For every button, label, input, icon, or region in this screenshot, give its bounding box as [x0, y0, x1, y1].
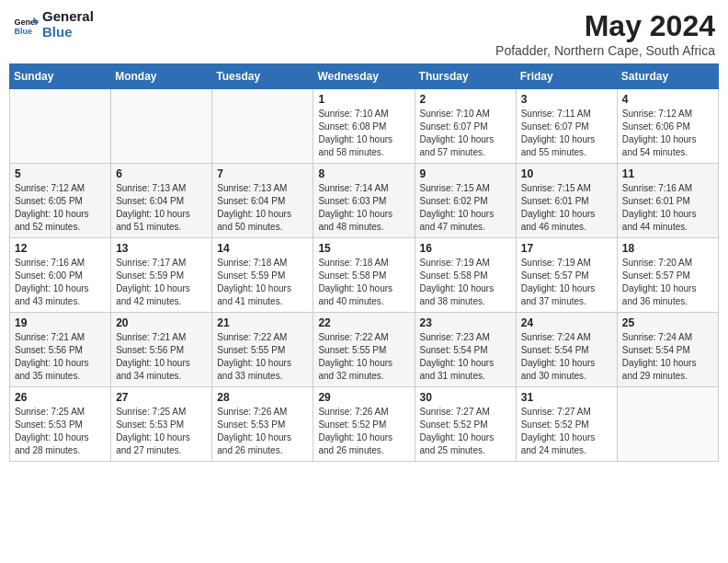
calendar-cell: 31Sunrise: 7:27 AM Sunset: 5:52 PM Dayli…: [516, 387, 617, 462]
day-number: 5: [15, 167, 106, 180]
day-info: Sunrise: 7:19 AM Sunset: 5:58 PM Dayligh…: [420, 257, 511, 308]
day-info: Sunrise: 7:21 AM Sunset: 5:56 PM Dayligh…: [15, 331, 106, 383]
day-info: Sunrise: 7:20 AM Sunset: 5:57 PM Dayligh…: [622, 257, 713, 308]
day-info: Sunrise: 7:10 AM Sunset: 6:08 PM Dayligh…: [318, 108, 409, 159]
day-info: Sunrise: 7:24 AM Sunset: 5:54 PM Dayligh…: [622, 331, 713, 383]
day-info: Sunrise: 7:11 AM Sunset: 6:07 PM Dayligh…: [521, 108, 612, 159]
day-header-tuesday: Tuesday: [212, 64, 313, 89]
calendar-cell: 27Sunrise: 7:25 AM Sunset: 5:53 PM Dayli…: [111, 387, 212, 462]
calendar-cell: 28Sunrise: 7:26 AM Sunset: 5:53 PM Dayli…: [212, 387, 313, 462]
calendar-week-4: 19Sunrise: 7:21 AM Sunset: 5:56 PM Dayli…: [10, 313, 719, 387]
calendar-cell: 19Sunrise: 7:21 AM Sunset: 5:56 PM Dayli…: [10, 313, 111, 387]
day-header-sunday: Sunday: [10, 64, 111, 89]
day-info: Sunrise: 7:16 AM Sunset: 6:00 PM Dayligh…: [15, 257, 106, 308]
calendar-week-5: 26Sunrise: 7:25 AM Sunset: 5:53 PM Dayli…: [10, 387, 719, 462]
calendar-week-1: 1Sunrise: 7:10 AM Sunset: 6:08 PM Daylig…: [10, 89, 719, 164]
day-number: 17: [521, 242, 612, 255]
calendar-cell: 26Sunrise: 7:25 AM Sunset: 5:53 PM Dayli…: [10, 387, 111, 462]
calendar-cell: 21Sunrise: 7:22 AM Sunset: 5:55 PM Dayli…: [212, 313, 313, 387]
logo: General Blue General Blue: [13, 9, 94, 40]
calendar-cell: 16Sunrise: 7:19 AM Sunset: 5:58 PM Dayli…: [415, 238, 516, 313]
day-info: Sunrise: 7:24 AM Sunset: 5:54 PM Dayligh…: [521, 331, 612, 383]
calendar-cell: 23Sunrise: 7:23 AM Sunset: 5:54 PM Dayli…: [415, 313, 516, 387]
day-number: 12: [15, 242, 106, 255]
day-header-monday: Monday: [111, 64, 212, 89]
calendar-cell: [10, 89, 111, 164]
calendar-cell: [617, 387, 718, 462]
day-info: Sunrise: 7:18 AM Sunset: 5:58 PM Dayligh…: [318, 257, 409, 308]
day-info: Sunrise: 7:13 AM Sunset: 6:04 PM Dayligh…: [217, 182, 308, 234]
day-info: Sunrise: 7:27 AM Sunset: 5:52 PM Dayligh…: [521, 406, 612, 457]
day-number: 1: [318, 93, 409, 106]
day-header-saturday: Saturday: [617, 64, 718, 89]
logo-line1: General: [42, 9, 94, 25]
day-info: Sunrise: 7:27 AM Sunset: 5:52 PM Dayligh…: [420, 406, 511, 457]
calendar-cell: 18Sunrise: 7:20 AM Sunset: 5:57 PM Dayli…: [617, 238, 718, 313]
calendar-cell: 20Sunrise: 7:21 AM Sunset: 5:56 PM Dayli…: [111, 313, 212, 387]
calendar-cell: 10Sunrise: 7:15 AM Sunset: 6:01 PM Dayli…: [516, 164, 617, 238]
day-info: Sunrise: 7:14 AM Sunset: 6:03 PM Dayligh…: [318, 182, 409, 234]
day-number: 22: [318, 316, 409, 329]
day-number: 19: [15, 316, 106, 329]
day-number: 24: [521, 316, 612, 329]
calendar-cell: 8Sunrise: 7:14 AM Sunset: 6:03 PM Daylig…: [313, 164, 415, 238]
calendar-cell: 7Sunrise: 7:13 AM Sunset: 6:04 PM Daylig…: [212, 164, 313, 238]
page-header: General Blue General Blue May 2024 Pofad…: [9, 9, 719, 58]
day-info: Sunrise: 7:16 AM Sunset: 6:01 PM Dayligh…: [622, 182, 713, 234]
day-number: 25: [622, 316, 713, 329]
calendar-cell: 22Sunrise: 7:22 AM Sunset: 5:55 PM Dayli…: [313, 313, 415, 387]
calendar-cell: [212, 89, 313, 164]
calendar-cell: 12Sunrise: 7:16 AM Sunset: 6:00 PM Dayli…: [10, 238, 111, 313]
day-number: 21: [217, 316, 308, 329]
day-number: 6: [116, 167, 207, 180]
day-info: Sunrise: 7:19 AM Sunset: 5:57 PM Dayligh…: [521, 257, 612, 308]
calendar-cell: 4Sunrise: 7:12 AM Sunset: 6:06 PM Daylig…: [617, 89, 718, 164]
day-number: 16: [420, 242, 511, 255]
calendar-cell: 11Sunrise: 7:16 AM Sunset: 6:01 PM Dayli…: [617, 164, 718, 238]
calendar-table: SundayMondayTuesdayWednesdayThursdayFrid…: [9, 63, 719, 462]
calendar-cell: 17Sunrise: 7:19 AM Sunset: 5:57 PM Dayli…: [516, 238, 617, 313]
calendar-week-3: 12Sunrise: 7:16 AM Sunset: 6:00 PM Dayli…: [10, 238, 719, 313]
calendar-cell: 15Sunrise: 7:18 AM Sunset: 5:58 PM Dayli…: [313, 238, 415, 313]
calendar-header-row: SundayMondayTuesdayWednesdayThursdayFrid…: [10, 64, 719, 89]
day-info: Sunrise: 7:26 AM Sunset: 5:52 PM Dayligh…: [318, 406, 409, 457]
calendar-cell: 9Sunrise: 7:15 AM Sunset: 6:02 PM Daylig…: [415, 164, 516, 238]
calendar-cell: 25Sunrise: 7:24 AM Sunset: 5:54 PM Dayli…: [617, 313, 718, 387]
day-info: Sunrise: 7:23 AM Sunset: 5:54 PM Dayligh…: [420, 331, 511, 383]
day-number: 26: [15, 391, 106, 404]
calendar-cell: 30Sunrise: 7:27 AM Sunset: 5:52 PM Dayli…: [415, 387, 516, 462]
day-number: 14: [217, 242, 308, 255]
calendar-cell: 1Sunrise: 7:10 AM Sunset: 6:08 PM Daylig…: [313, 89, 415, 164]
day-header-friday: Friday: [516, 64, 617, 89]
day-number: 4: [622, 93, 713, 106]
calendar-cell: 14Sunrise: 7:18 AM Sunset: 5:59 PM Dayli…: [212, 238, 313, 313]
svg-text:Blue: Blue: [14, 26, 32, 35]
day-info: Sunrise: 7:15 AM Sunset: 6:01 PM Dayligh…: [521, 182, 612, 234]
day-info: Sunrise: 7:25 AM Sunset: 5:53 PM Dayligh…: [15, 406, 106, 457]
day-info: Sunrise: 7:21 AM Sunset: 5:56 PM Dayligh…: [116, 331, 207, 383]
day-info: Sunrise: 7:22 AM Sunset: 5:55 PM Dayligh…: [217, 331, 308, 383]
day-number: 31: [521, 391, 612, 404]
day-number: 28: [217, 391, 308, 404]
day-info: Sunrise: 7:22 AM Sunset: 5:55 PM Dayligh…: [318, 331, 409, 383]
day-number: 27: [116, 391, 207, 404]
subtitle: Pofadder, Northern Cape, South Africa: [495, 43, 715, 58]
logo-line2: Blue: [42, 25, 94, 40]
day-info: Sunrise: 7:10 AM Sunset: 6:07 PM Dayligh…: [420, 108, 511, 159]
day-number: 15: [318, 242, 409, 255]
logo-icon: General Blue: [13, 12, 39, 38]
calendar-cell: 3Sunrise: 7:11 AM Sunset: 6:07 PM Daylig…: [516, 89, 617, 164]
calendar-week-2: 5Sunrise: 7:12 AM Sunset: 6:05 PM Daylig…: [10, 164, 719, 238]
day-info: Sunrise: 7:13 AM Sunset: 6:04 PM Dayligh…: [116, 182, 207, 234]
day-header-thursday: Thursday: [415, 64, 516, 89]
day-info: Sunrise: 7:18 AM Sunset: 5:59 PM Dayligh…: [217, 257, 308, 308]
calendar-cell: [111, 89, 212, 164]
day-info: Sunrise: 7:17 AM Sunset: 5:59 PM Dayligh…: [116, 257, 207, 308]
day-number: 2: [420, 93, 511, 106]
calendar-cell: 29Sunrise: 7:26 AM Sunset: 5:52 PM Dayli…: [313, 387, 415, 462]
calendar-cell: 6Sunrise: 7:13 AM Sunset: 6:04 PM Daylig…: [111, 164, 212, 238]
day-info: Sunrise: 7:25 AM Sunset: 5:53 PM Dayligh…: [116, 406, 207, 457]
day-number: 3: [521, 93, 612, 106]
title-block: May 2024 Pofadder, Northern Cape, South …: [495, 9, 715, 58]
calendar-body: 1Sunrise: 7:10 AM Sunset: 6:08 PM Daylig…: [10, 89, 719, 462]
